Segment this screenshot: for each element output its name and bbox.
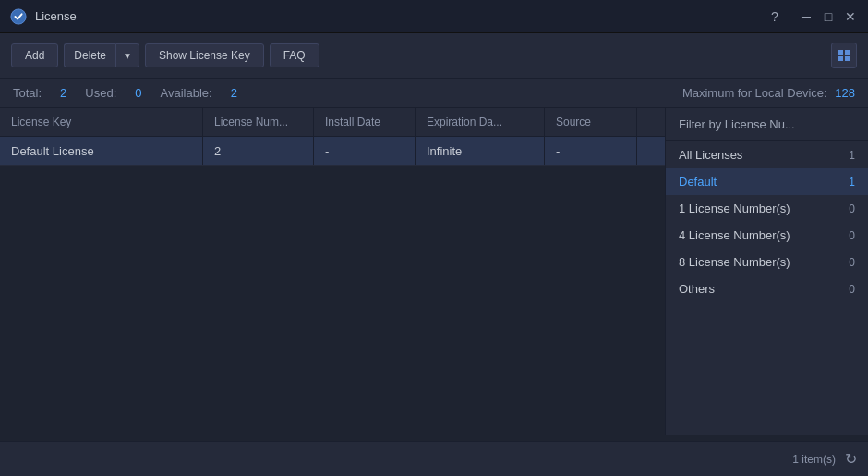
available-value: 2 xyxy=(231,86,237,100)
used-value: 0 xyxy=(135,86,141,100)
cell-license-num: 2 xyxy=(203,137,314,165)
total-value: 2 xyxy=(60,86,66,100)
svg-rect-2 xyxy=(845,50,850,55)
filter-label-others: Others xyxy=(679,282,715,296)
faq-button[interactable]: FAQ xyxy=(270,43,319,67)
maximize-button[interactable]: □ xyxy=(820,8,837,25)
window-controls: ? ─ □ ✕ xyxy=(766,8,859,25)
filter-label-all: All Licenses xyxy=(679,148,742,162)
delete-dropdown-arrow[interactable]: ▼ xyxy=(115,43,139,67)
filter-count-default: 1 xyxy=(849,176,855,189)
total-label: Total: xyxy=(13,86,42,100)
filter-item-8-license[interactable]: 8 License Number(s) 0 xyxy=(666,249,868,275)
window-title: License xyxy=(35,9,766,23)
table-area: License Key License Num... Install Date … xyxy=(0,108,665,435)
svg-rect-1 xyxy=(838,50,843,55)
cell-install-date: - xyxy=(314,137,416,165)
filter-item-default[interactable]: Default 1 xyxy=(666,168,868,195)
help-button[interactable]: ? xyxy=(766,8,783,25)
filter-count-4: 0 xyxy=(849,229,855,242)
item-count: 1 item(s) xyxy=(792,453,836,466)
col-install-date: Install Date xyxy=(314,108,416,136)
max-label: Maximum for Local Device: xyxy=(682,86,827,100)
refresh-button[interactable]: ↻ xyxy=(845,450,857,468)
stats-bar: Total: 2 Used: 0 Available: 2 Maximum fo… xyxy=(0,79,868,108)
filter-item-all-licenses[interactable]: All Licenses 1 xyxy=(666,141,868,168)
used-label: Used: xyxy=(85,86,116,100)
filter-label-8: 8 License Number(s) xyxy=(679,255,790,269)
delete-split-button: Delete ▼ xyxy=(64,43,139,67)
svg-point-0 xyxy=(11,8,26,23)
status-bar: 1 item(s) ↻ xyxy=(0,441,868,476)
filter-count-all: 1 xyxy=(849,149,855,162)
right-panel: Filter by License Nu... All Licenses 1 D… xyxy=(665,108,868,435)
filter-label-4: 4 License Number(s) xyxy=(679,228,790,242)
table-row[interactable]: Default License 2 - Infinite - xyxy=(0,137,665,166)
close-button[interactable]: ✕ xyxy=(842,8,859,25)
svg-rect-4 xyxy=(845,56,850,61)
max-value: 128 xyxy=(835,86,855,100)
filter-count-others: 0 xyxy=(849,283,855,296)
max-stats: Maximum for Local Device: 128 xyxy=(682,86,855,100)
filter-count-1: 0 xyxy=(849,202,855,215)
minimize-button[interactable]: ─ xyxy=(798,8,814,25)
show-license-key-button[interactable]: Show License Key xyxy=(145,43,264,67)
svg-rect-3 xyxy=(838,56,843,61)
col-license-key: License Key xyxy=(0,108,203,136)
col-license-num: License Num... xyxy=(203,108,314,136)
add-button[interactable]: Add xyxy=(11,43,58,67)
col-source: Source xyxy=(545,108,637,136)
cell-expiration: Infinite xyxy=(416,137,545,165)
filter-item-others[interactable]: Others 0 xyxy=(666,275,868,302)
cell-license-key: Default License xyxy=(0,137,203,165)
filter-item-1-license[interactable]: 1 License Number(s) 0 xyxy=(666,195,868,222)
filter-count-8: 0 xyxy=(849,256,855,269)
filter-label-default: Default xyxy=(679,175,717,189)
table-body: Default License 2 - Infinite - xyxy=(0,137,665,166)
filter-item-4-license[interactable]: 4 License Number(s) 0 xyxy=(666,222,868,249)
col-expiration: Expiration Da... xyxy=(416,108,545,136)
cell-source: - xyxy=(545,137,637,165)
table-header: License Key License Num... Install Date … xyxy=(0,108,665,137)
filter-title: Filter by License Nu... xyxy=(666,108,868,141)
app-icon xyxy=(9,7,28,26)
grid-view-button[interactable] xyxy=(831,43,857,68)
filter-label-1: 1 License Number(s) xyxy=(679,201,790,215)
titlebar: License ? ─ □ ✕ xyxy=(0,0,868,33)
toolbar: Add Delete ▼ Show License Key FAQ xyxy=(0,33,868,79)
main-content: License Key License Num... Install Date … xyxy=(0,108,868,435)
available-label: Available: xyxy=(161,86,212,100)
delete-button[interactable]: Delete xyxy=(64,43,115,67)
